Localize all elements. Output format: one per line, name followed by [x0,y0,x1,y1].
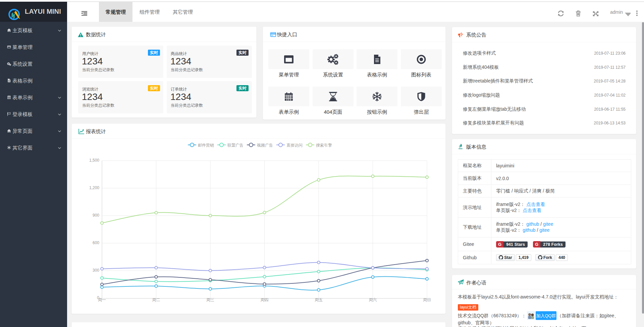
svg-text:周五: 周五 [315,297,323,302]
svg-text:邮件营销: 邮件营销 [198,143,214,148]
svg-text:联盟广告: 联盟广告 [227,143,244,148]
svg-text:周四: 周四 [261,297,269,302]
svg-text:搜索引擎: 搜索引擎 [316,143,332,148]
svg-text:视频广告: 视频广告 [257,143,273,148]
svg-text:周一: 周一 [98,297,106,302]
svg-text:周日: 周日 [423,297,431,302]
svg-text:600: 600 [93,240,99,245]
svg-text:周六: 周六 [369,297,377,302]
svg-text:加入QQ群: 加入QQ群 [536,313,556,318]
svg-text:直接访问: 直接访问 [286,143,303,148]
svg-text:300: 300 [93,268,99,273]
svg-text:周三: 周三 [206,297,214,302]
svg-text:1,500: 1,500 [89,158,99,163]
svg-text:周二: 周二 [152,297,160,302]
svg-text:900: 900 [93,213,99,218]
svg-text:1,200: 1,200 [89,185,99,190]
